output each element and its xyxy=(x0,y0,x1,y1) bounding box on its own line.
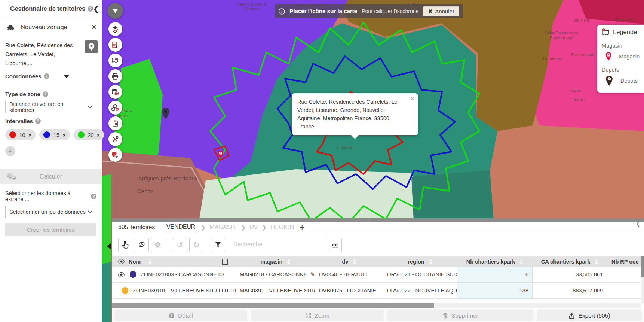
sort-icon[interactable] xyxy=(287,259,291,264)
address-block: Rue Colette, Résidence des Carrelets, Le… xyxy=(0,36,102,69)
zoom-button[interactable]: Zoom xyxy=(251,310,384,321)
tab-region[interactable]: REGION xyxy=(271,224,294,231)
legend-map-icon xyxy=(602,28,610,36)
cell-nb-chantiers: 6 xyxy=(525,271,528,277)
resize-grip-icon xyxy=(368,219,378,221)
panel-collapse-right-icon[interactable] xyxy=(636,220,641,227)
settings-button[interactable] xyxy=(108,148,122,162)
eraser-button[interactable] xyxy=(151,238,165,252)
intervals-label: Intervalles xyxy=(5,118,33,124)
vertical-scrollbar[interactable] xyxy=(641,256,644,303)
dataset-select[interactable]: Sélectionner un jeu de données xyxy=(5,206,96,218)
column-header-nb-rp[interactable]: Nb RP occ xyxy=(611,259,638,265)
trash-icon xyxy=(442,313,448,319)
toolbar-collapse-button[interactable] xyxy=(107,3,123,19)
basemap-button[interactable] xyxy=(108,54,122,67)
search-input[interactable] xyxy=(233,239,322,250)
delete-button[interactable]: Supprimer xyxy=(387,310,533,321)
tools-button[interactable] xyxy=(108,132,122,146)
popup-address-text: Rue Colette, Résidence des Carrelets, Le… xyxy=(297,99,398,130)
territories-button[interactable] xyxy=(108,101,122,115)
tab-magasin[interactable]: MAGASIN xyxy=(210,224,237,231)
export-icon xyxy=(568,313,575,319)
map-toolbar xyxy=(107,3,123,162)
map-instruction-banner: Placer l'icône sur la carte Pour calcule… xyxy=(275,4,463,18)
scrollbar-thumb[interactable] xyxy=(112,303,434,308)
popup-close-icon[interactable]: × xyxy=(411,96,414,101)
layers-icon xyxy=(111,25,119,33)
help-icon[interactable] xyxy=(35,118,41,124)
chevron-right-icon xyxy=(262,224,267,231)
help-icon[interactable] xyxy=(44,73,49,79)
legend-header[interactable]: Légende xyxy=(597,25,644,39)
detail-button[interactable]: Détail xyxy=(114,310,247,321)
create-territories-button[interactable]: Créer les territoires xyxy=(5,223,96,236)
zone-color-hexagon xyxy=(129,271,137,279)
column-header-nb-chantiers[interactable]: Nb chantiers kpark xyxy=(466,259,515,265)
tab-dv[interactable]: DV xyxy=(249,224,258,231)
add-interval-button[interactable] xyxy=(5,146,15,156)
help-icon[interactable] xyxy=(91,194,96,199)
sort-icon[interactable] xyxy=(595,259,598,264)
help-icon[interactable] xyxy=(43,91,48,97)
filter-button[interactable] xyxy=(211,238,225,252)
sort-icon[interactable] xyxy=(519,259,523,264)
chart-view-button[interactable] xyxy=(328,238,342,252)
statistics-button[interactable] xyxy=(108,116,122,130)
panel-resize-handle[interactable] xyxy=(112,218,644,222)
sidebar-collapse-icon[interactable] xyxy=(93,4,99,13)
cell-nb-chantiers: 138 xyxy=(519,288,528,294)
sort-icon[interactable] xyxy=(148,259,152,264)
sort-icon[interactable] xyxy=(429,259,433,264)
column-header-region[interactable]: region xyxy=(408,259,424,265)
legend-item-depots[interactable]: Depots xyxy=(597,73,644,88)
horizontal-scrollbar[interactable] xyxy=(112,303,641,308)
column-header-ca-chantiers[interactable]: CA chantiers kpark xyxy=(541,259,591,265)
banner-instruction: Placer l'icône sur la carte xyxy=(289,8,357,15)
remove-interval-icon[interactable] xyxy=(28,132,32,138)
tab-vendeur[interactable]: VENDEUR xyxy=(165,224,197,231)
pointer-select-button[interactable] xyxy=(118,238,132,252)
table-header: Nom magasin dv region Nb chantiers kpark… xyxy=(112,256,644,267)
undo-button[interactable]: ↺ xyxy=(173,238,187,252)
report-select-button[interactable] xyxy=(108,38,122,52)
layers-button[interactable] xyxy=(108,22,122,36)
print-button[interactable] xyxy=(108,69,122,83)
select-all-checkbox[interactable] xyxy=(222,259,228,265)
help-icon[interactable] xyxy=(88,6,93,12)
calculate-button[interactable]: Calculer xyxy=(0,169,102,184)
visibility-column-icon[interactable] xyxy=(117,259,125,264)
depot-map-pin[interactable] xyxy=(161,108,170,121)
table-row[interactable]: ZONE021803 - CARCASONNE 03 MAG0218 - CAR… xyxy=(112,267,644,283)
column-header-magasin[interactable]: magasin xyxy=(261,259,283,265)
legend-item-magasin[interactable]: K Magasin xyxy=(597,49,644,63)
zone-type-select[interactable]: Distance en voiture en kilomètres xyxy=(5,101,96,113)
edit-icon[interactable] xyxy=(310,271,315,278)
row-visibility-icon[interactable] xyxy=(117,272,125,277)
column-header-dv[interactable]: dv xyxy=(342,259,349,265)
magasin-map-pin[interactable]: K xyxy=(218,151,224,160)
zone-type-section: Type de zone Distance en voiture en kilo… xyxy=(0,86,102,117)
place-pin-button[interactable] xyxy=(85,40,98,53)
address-input[interactable]: Rue Colette, Résidence des Carrelets, Le… xyxy=(5,41,79,68)
remove-interval-icon[interactable] xyxy=(62,132,66,138)
scrollbar-thumb[interactable] xyxy=(641,256,644,277)
sort-icon[interactable] xyxy=(353,259,356,264)
remove-interval-icon[interactable] xyxy=(97,132,100,138)
lasso-select-button[interactable] xyxy=(135,238,149,252)
redo-button[interactable]: ↻ xyxy=(189,238,203,252)
data-sources-button[interactable] xyxy=(108,85,122,99)
legend-title: Légende xyxy=(613,28,637,36)
table-row[interactable]: ZONE039101 - VILLENEUVE SUR LOT 01 MAG03… xyxy=(112,283,644,299)
filter-icon xyxy=(215,242,221,248)
address-popup: × Rue Colette, Résidence des Carrelets, … xyxy=(292,93,418,135)
add-tab-button[interactable] xyxy=(300,224,305,231)
export-button[interactable]: Export (605) xyxy=(537,310,642,321)
coordinates-row: Coordonnées xyxy=(0,69,102,86)
cancel-button[interactable]: ✖ Annuler xyxy=(423,6,459,16)
panel-close-icon[interactable] xyxy=(92,23,96,31)
panel-collapse-left-icon[interactable] xyxy=(107,243,111,249)
column-header-nom[interactable]: Nom xyxy=(129,259,141,265)
tabs-separator xyxy=(160,223,160,231)
coordinates-expand-icon[interactable] xyxy=(64,75,70,78)
